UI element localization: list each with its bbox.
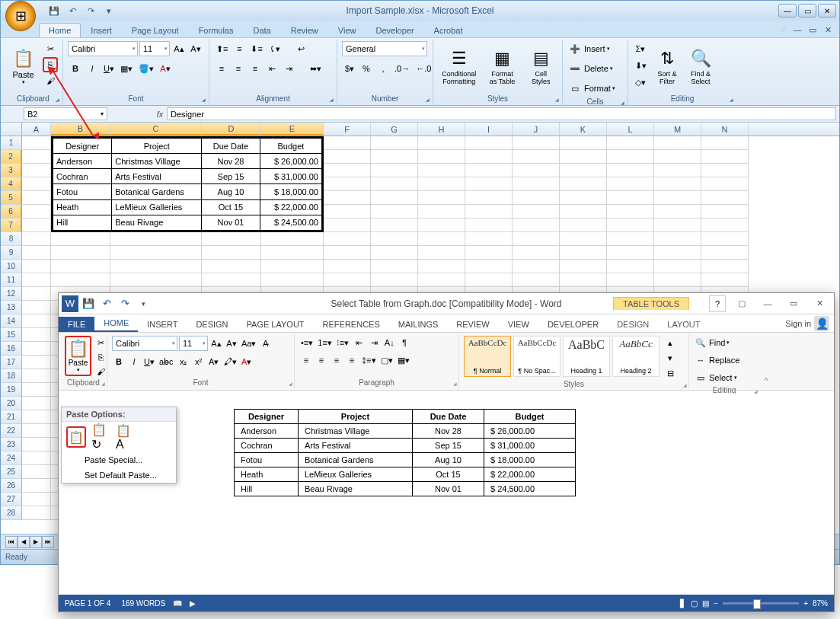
shrink-font-icon[interactable]: A▾ (188, 41, 203, 56)
table-cell[interactable]: Nov 01 (202, 215, 260, 230)
format-as-table-button[interactable]: ▦Format as Table (484, 41, 522, 91)
align-center-icon[interactable]: ≡ (231, 61, 246, 76)
close-button[interactable]: ✕ (818, 4, 836, 18)
maximize-button[interactable]: ▭ (798, 4, 816, 18)
cell-M9[interactable] (654, 246, 701, 260)
line-spacing-icon[interactable]: ‡≡▾ (360, 353, 378, 367)
word-align-center-icon[interactable]: ≡ (315, 353, 328, 367)
paste-keep-source-icon[interactable]: 📋 (66, 426, 86, 448)
word-table-cell[interactable]: Nov 28 (413, 424, 484, 439)
cell-G8[interactable] (371, 232, 418, 246)
word-tab-design[interactable]: DESIGN (187, 317, 237, 332)
cell-B10[interactable] (51, 260, 110, 273)
set-default-paste-item[interactable]: Set Default Paste... (62, 467, 176, 483)
cell-A21[interactable] (22, 410, 51, 424)
table-cell[interactable]: Arts Festival (112, 169, 202, 184)
cell-N6[interactable] (701, 205, 749, 219)
row-header-10[interactable]: 10 (1, 260, 22, 273)
cell-K4[interactable] (560, 177, 607, 191)
cell-C8[interactable] (110, 232, 202, 246)
sheet-nav-first-icon[interactable]: ⏮ (5, 536, 18, 548)
font-size-combo[interactable]: 11▾ (139, 41, 170, 56)
word-font-color-icon[interactable]: A▾ (240, 355, 254, 369)
ribbon-options-icon[interactable]: ▢ (729, 295, 755, 312)
cell-A12[interactable] (22, 287, 51, 301)
cell-B8[interactable] (51, 232, 110, 246)
sheet-nav-prev-icon[interactable]: ◀ (18, 536, 30, 548)
word-table-cell[interactable]: LeMieux Galleries (299, 467, 413, 482)
style-¶ no spac...[interactable]: AaBbCcDc¶ No Spac... (513, 336, 561, 377)
cell-I5[interactable] (465, 191, 513, 205)
cell-G10[interactable] (371, 260, 418, 273)
word-table-cell[interactable]: Cochran (235, 439, 299, 453)
row-header-24[interactable]: 24 (1, 451, 22, 465)
macro-icon[interactable]: ▶ (190, 599, 196, 608)
cell-J2[interactable] (513, 150, 560, 164)
cell-G6[interactable] (371, 205, 418, 219)
word-table-header[interactable]: Project (299, 410, 413, 424)
cell-B9[interactable] (51, 246, 110, 260)
cell-D10[interactable] (202, 260, 261, 273)
word-table-cell[interactable]: $ 24,500.00 (484, 482, 576, 496)
decrease-indent-icon[interactable]: ⇤ (264, 61, 279, 76)
cell-L2[interactable] (607, 150, 654, 164)
fx-icon[interactable]: fx (153, 106, 167, 122)
cell-A23[interactable] (22, 438, 51, 451)
doc-restore-icon[interactable]: ▭ (806, 24, 819, 36)
word-find-icon[interactable]: 🔍 (694, 336, 707, 349)
col-header-I[interactable]: I (465, 123, 513, 136)
col-header-M[interactable]: M (654, 123, 701, 136)
cell-D11[interactable] (202, 273, 261, 287)
cell-F10[interactable] (324, 260, 371, 273)
table-cell[interactable]: Nov 28 (202, 154, 260, 169)
merge-center-button[interactable]: ⬌▾ (298, 61, 333, 76)
cell-K11[interactable] (560, 273, 607, 287)
cell-L1[interactable] (607, 136, 654, 150)
cell-N5[interactable] (701, 191, 749, 205)
word-tab-view[interactable]: VIEW (499, 317, 538, 332)
tab-developer[interactable]: Developer (366, 23, 423, 37)
sort-para-icon[interactable]: A↓ (382, 336, 396, 349)
table-cell[interactable]: $ 26,000.00 (260, 154, 321, 169)
word-align-right-icon[interactable]: ≡ (330, 353, 343, 367)
cell-K7[interactable] (560, 219, 607, 232)
cell-E10[interactable] (261, 260, 324, 273)
multilevel-icon[interactable]: ⁝≡▾ (335, 336, 350, 349)
doc-close-icon[interactable]: ✕ (821, 24, 835, 36)
cell-J5[interactable] (513, 191, 560, 205)
word-help-icon[interactable]: ? (709, 295, 726, 312)
row-header-28[interactable]: 28 (1, 506, 22, 520)
paste-button[interactable]: 📋 Paste ▾ (8, 41, 38, 91)
cell-F5[interactable] (324, 191, 371, 205)
cell-I8[interactable] (465, 232, 513, 246)
cell-J11[interactable] (513, 273, 560, 287)
word-table-cell[interactable]: Christmas Village (299, 424, 413, 439)
cell-A22[interactable] (22, 424, 51, 438)
word-superscript-button[interactable]: x² (192, 355, 206, 369)
word-italic-button[interactable]: I (127, 355, 141, 369)
cell-M2[interactable] (654, 150, 701, 164)
cell-H8[interactable] (418, 232, 465, 246)
comma-icon[interactable]: , (375, 61, 391, 76)
word-app-icon[interactable]: W (62, 295, 78, 312)
doc-minimize-icon[interactable]: — (790, 24, 804, 36)
cell-H1[interactable] (418, 136, 465, 150)
cell-M11[interactable] (654, 273, 701, 287)
word-table-cell[interactable]: Arts Festival (299, 439, 413, 453)
paste-text-only-icon[interactable]: 📋A (115, 426, 135, 448)
qat-undo-icon[interactable]: ↶ (65, 3, 80, 18)
cell-K5[interactable] (560, 191, 607, 205)
word-table-cell[interactable]: Botanical Gardens (299, 453, 413, 467)
word-table-cell[interactable]: $ 26,000.00 (484, 424, 576, 439)
cell-L6[interactable] (607, 205, 654, 219)
row-header-25[interactable]: 25 (1, 465, 22, 479)
cell-G2[interactable] (371, 150, 418, 164)
increase-indent-icon[interactable]: ⇥ (281, 61, 296, 76)
word-shrink-font-icon[interactable]: A▾ (225, 337, 238, 350)
row-header-16[interactable]: 16 (1, 342, 22, 356)
cell-K6[interactable] (560, 205, 607, 219)
view-read-icon[interactable]: ▋ (680, 599, 686, 608)
styles-scroll-up-icon[interactable]: ▴ (663, 336, 677, 349)
cell-I11[interactable] (465, 273, 513, 287)
table-cell[interactable]: LeMieux Galleries (112, 199, 202, 215)
